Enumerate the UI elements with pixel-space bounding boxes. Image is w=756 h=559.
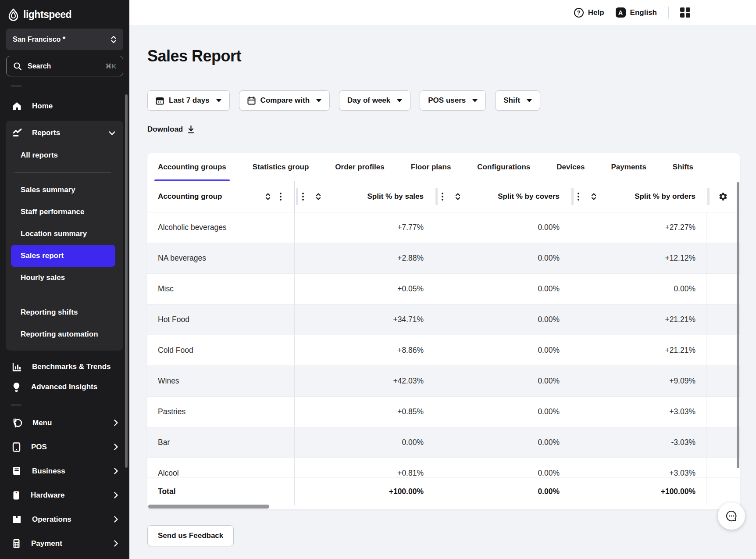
help-icon: ? bbox=[574, 8, 584, 18]
table-row[interactable]: Alcool +0.81% 0.00% +3.03% bbox=[147, 458, 740, 477]
sidebar-item-sales-report[interactable]: Sales report bbox=[11, 245, 115, 267]
dropdown-caret-icon bbox=[397, 99, 402, 102]
sidebar-item-reports[interactable]: Reports bbox=[6, 122, 123, 144]
payment-terminal-icon bbox=[12, 539, 21, 548]
tab-floor-plans[interactable]: Floor plans bbox=[411, 153, 451, 181]
table-row[interactable]: Wines +42.03% 0.00% +9.09% bbox=[147, 366, 740, 397]
report-card: Accounting groups Statistics group Order… bbox=[147, 153, 740, 509]
chevron-right-icon bbox=[114, 444, 118, 450]
table-row[interactable]: Pastries +0.85% 0.00% +3.03% bbox=[147, 397, 740, 427]
sidebar-divider bbox=[11, 86, 21, 86]
compare-with-filter[interactable]: Compare with bbox=[239, 90, 330, 111]
sidebar-item-staff-performance[interactable]: Staff performance bbox=[11, 201, 115, 223]
filter-bar: Last 7 days Compare with Day of week POS… bbox=[147, 90, 756, 111]
table-horizontal-scrollbar-thumb[interactable] bbox=[148, 505, 269, 509]
sidebar-item-sales-summary[interactable]: Sales summary bbox=[11, 179, 115, 201]
table-header: Accounting group Split % by sale bbox=[147, 181, 740, 212]
column-header-split-by-sales[interactable]: Split % by sales bbox=[295, 181, 434, 212]
chevron-right-icon bbox=[114, 540, 118, 547]
table-row[interactable]: Misc +0.05% 0.00% 0.00% bbox=[147, 274, 740, 305]
sort-icon[interactable] bbox=[591, 193, 596, 201]
calendar-outline-icon bbox=[247, 97, 256, 105]
sidebar-item-all-reports[interactable]: All reports bbox=[11, 144, 115, 166]
chevron-right-icon bbox=[114, 492, 118, 498]
page-title: Sales Report bbox=[147, 47, 756, 65]
tab-order-profiles[interactable]: Order profiles bbox=[335, 153, 384, 181]
column-header-accounting-group[interactable]: Accounting group bbox=[147, 181, 295, 212]
sidebar-item-label: Reports bbox=[32, 129, 60, 137]
dropdown-caret-icon bbox=[316, 99, 321, 102]
table-total-row: Total +100.00% 0.00% +100.00% bbox=[147, 477, 740, 505]
kebab-menu-icon[interactable] bbox=[279, 192, 282, 201]
sidebar-item-label: Home bbox=[32, 102, 53, 111]
reports-divider bbox=[14, 172, 111, 173]
sidebar-item-hourly-sales[interactable]: Hourly sales bbox=[11, 267, 115, 289]
table-body: Alcoholic beverages +7.77% 0.00% +27.27%… bbox=[147, 212, 740, 477]
search-placeholder: Search bbox=[28, 62, 51, 70]
column-header-split-by-orders[interactable]: Split % by orders bbox=[570, 181, 706, 212]
up-down-chevrons-icon bbox=[111, 35, 117, 44]
kebab-menu-icon[interactable] bbox=[441, 192, 444, 201]
tab-statistics-group[interactable]: Statistics group bbox=[253, 153, 309, 181]
search-shortcut: ⌘K bbox=[105, 62, 116, 70]
tab-payments[interactable]: Payments bbox=[611, 153, 646, 181]
dining-icon bbox=[12, 418, 22, 428]
sidebar-item-location-summary[interactable]: Location summary bbox=[11, 223, 115, 245]
pos-tablet-icon bbox=[12, 442, 21, 452]
hardware-device-icon bbox=[12, 491, 20, 500]
gear-icon[interactable] bbox=[718, 192, 728, 201]
pos-users-filter[interactable]: POS users bbox=[420, 90, 486, 111]
sidebar-item-operations[interactable]: Operations bbox=[0, 507, 129, 531]
tab-devices[interactable]: Devices bbox=[556, 153, 585, 181]
sort-icon[interactable] bbox=[265, 193, 271, 201]
topbar-separator bbox=[668, 7, 669, 18]
table-vertical-scrollbar-thumb[interactable] bbox=[737, 182, 739, 468]
sidebar-scrollbar-thumb[interactable] bbox=[125, 94, 128, 468]
table-row[interactable]: Hot Food +34.71% 0.00% +21.21% bbox=[147, 305, 740, 335]
sidebar-item-payment[interactable]: Payment bbox=[0, 531, 129, 555]
chat-widget-button[interactable] bbox=[718, 502, 745, 530]
sidebar-item-hardware[interactable]: Hardware bbox=[0, 483, 129, 507]
sidebar-item-reporting-shifts[interactable]: Reporting shifts bbox=[11, 301, 115, 323]
sort-icon[interactable] bbox=[316, 193, 321, 201]
location-selector[interactable]: San Francisco * bbox=[6, 29, 123, 50]
date-range-filter[interactable]: Last 7 days bbox=[147, 90, 230, 111]
send-feedback-button[interactable]: Send us Feedback bbox=[147, 525, 234, 546]
day-of-week-filter[interactable]: Day of week bbox=[339, 90, 410, 111]
sort-icon[interactable] bbox=[455, 193, 460, 201]
sidebar-item-home[interactable]: Home bbox=[0, 96, 129, 116]
sidebar-item-menu[interactable]: Menu bbox=[0, 411, 129, 435]
table-row[interactable]: NA beverages +2.88% 0.00% +12.12% bbox=[147, 243, 740, 274]
table-row[interactable]: Bar 0.00% 0.00% -3.03% bbox=[147, 427, 740, 458]
tab-accounting-groups[interactable]: Accounting groups bbox=[158, 153, 226, 181]
dropdown-caret-icon bbox=[527, 99, 532, 102]
help-button[interactable]: ? Help bbox=[574, 8, 604, 18]
shift-filter[interactable]: Shift bbox=[495, 90, 540, 111]
reports-divider bbox=[14, 295, 111, 295]
lightspeed-logo[interactable]: lightspeed bbox=[0, 0, 129, 21]
column-header-split-by-covers[interactable]: Split % by covers bbox=[434, 181, 570, 212]
language-icon: A bbox=[616, 7, 626, 18]
language-button[interactable]: A English bbox=[616, 7, 657, 18]
download-button[interactable]: Download bbox=[147, 125, 213, 134]
apps-grid-icon[interactable] bbox=[680, 7, 690, 18]
chevron-down-icon bbox=[109, 131, 115, 135]
topbar: ? Help A English bbox=[129, 0, 756, 25]
kebab-menu-icon[interactable] bbox=[302, 192, 304, 201]
lightspeed-flame-icon bbox=[7, 8, 19, 21]
tab-shifts[interactable]: Shifts bbox=[673, 153, 693, 181]
bar-chart-icon bbox=[12, 362, 21, 372]
report-tabbar: Accounting groups Statistics group Order… bbox=[147, 153, 740, 181]
kebab-menu-icon[interactable] bbox=[577, 192, 580, 201]
tab-configurations[interactable]: Configurations bbox=[477, 153, 530, 181]
search-input[interactable]: Search ⌘K bbox=[6, 56, 123, 76]
table-row[interactable]: Alcoholic beverages +7.77% 0.00% +27.27% bbox=[147, 212, 740, 243]
download-icon bbox=[187, 125, 195, 133]
sidebar-item-reporting-automation[interactable]: Reporting automation bbox=[11, 323, 115, 345]
sidebar-item-advanced-insights[interactable]: Advanced Insights bbox=[0, 377, 129, 397]
location-value: San Francisco * bbox=[13, 36, 65, 43]
sidebar-item-pos[interactable]: POS bbox=[0, 435, 129, 459]
sidebar-item-business[interactable]: Business bbox=[0, 459, 129, 483]
table-row[interactable]: Cold Food +8.86% 0.00% +21.21% bbox=[147, 335, 740, 366]
sidebar-item-benchmarks-trends[interactable]: Benchmarks & Trends bbox=[0, 357, 129, 377]
